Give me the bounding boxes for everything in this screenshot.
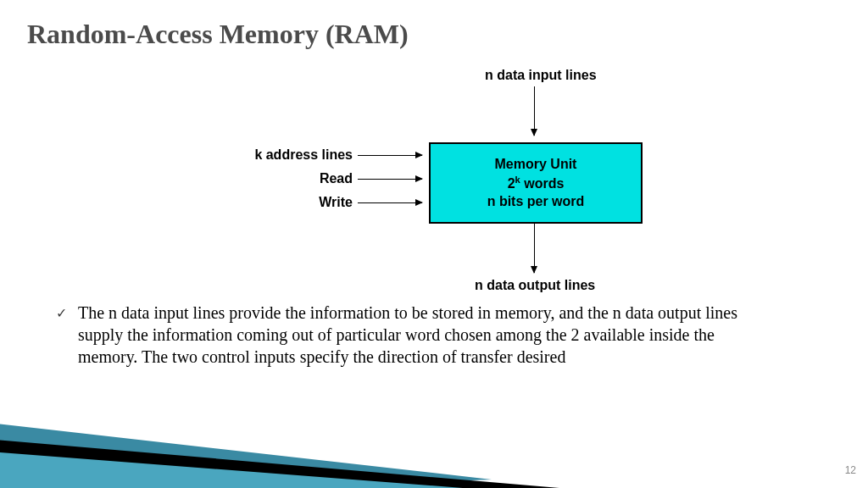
label-address: k address lines (254, 147, 353, 163)
arrow-data-in (534, 86, 535, 136)
label-data-out: n data output lines (475, 278, 595, 293)
label-write: Write (319, 195, 353, 210)
box-line2-prefix: 2 (508, 176, 515, 191)
svg-marker-0 (0, 420, 492, 488)
arrow-data-out (534, 224, 535, 273)
box-line3: n bits per word (487, 194, 585, 208)
label-read: Read (320, 171, 353, 186)
arrow-read (358, 179, 422, 180)
body-paragraph: The n data input lines provide the infor… (78, 302, 773, 368)
ram-block-diagram: n data input lines k address lines Read … (263, 68, 704, 288)
page-title: Random-Access Memory (RAM) (27, 19, 409, 50)
box-line1: Memory Unit (495, 157, 577, 171)
decorative-swoosh (0, 369, 576, 488)
svg-marker-2 (0, 450, 551, 488)
label-data-in: n data input lines (485, 68, 597, 83)
memory-unit-box: Memory Unit 2k words n bits per word (429, 142, 643, 224)
bullet-check-icon: ✓ (56, 305, 67, 321)
page-number: 12 (845, 464, 856, 476)
arrow-write (358, 202, 422, 203)
arrow-address (358, 155, 422, 156)
box-line2-suffix: words (520, 176, 565, 191)
svg-marker-1 (0, 437, 559, 488)
